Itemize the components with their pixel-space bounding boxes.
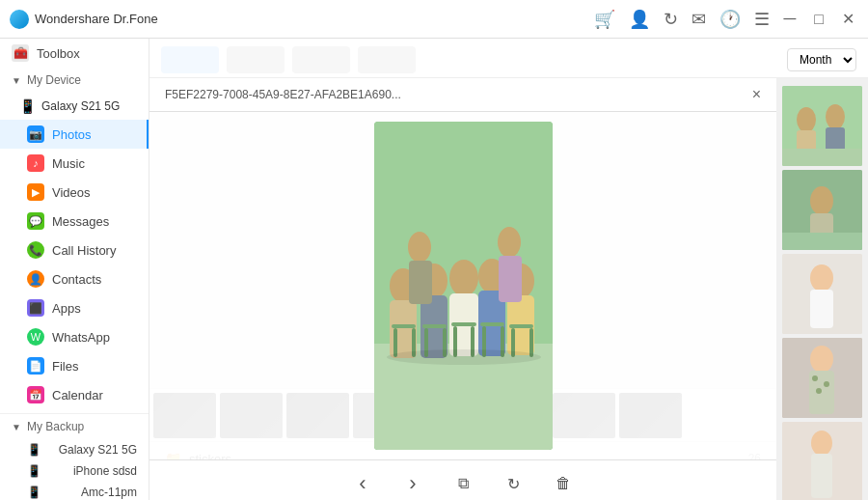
- svg-rect-5: [393, 328, 397, 357]
- call-history-icon: 📞: [27, 241, 44, 259]
- sidebar: 🧰 Toolbox ▼ My Device 📱 Galaxy S21 5G 📷 …: [0, 39, 149, 500]
- sidebar-item-apps[interactable]: ⬛ Apps: [0, 293, 149, 322]
- title-bar-icons: 🛒 👤 ↻ ✉ 🕐 ☰: [594, 9, 770, 30]
- window-controls: ─ □ ✕: [779, 9, 858, 30]
- svg-rect-53: [811, 454, 832, 498]
- apps-icon: ⬛: [27, 299, 44, 317]
- backup-item-iphone-sdsd[interactable]: 📱 iPhone sdsd: [0, 460, 149, 482]
- minimize-button[interactable]: ─: [779, 9, 800, 30]
- svg-rect-9: [422, 324, 447, 328]
- svg-rect-44: [810, 290, 833, 328]
- messages-label: Messages: [52, 214, 109, 229]
- messages-icon: 💬: [27, 212, 44, 230]
- whatsapp-label: WhatsApp: [52, 330, 110, 345]
- sidebar-item-files[interactable]: 📄 Files: [0, 351, 149, 380]
- svg-rect-14: [451, 322, 476, 326]
- chevron-down-icon-backup: ▼: [12, 422, 21, 432]
- sidebar-item-contacts[interactable]: 👤 Contacts: [0, 264, 149, 293]
- photo-content: 📁 stickers 26 📁 wendang 3 F5EF2279-7008-…: [149, 78, 868, 500]
- svg-rect-24: [509, 324, 533, 328]
- svg-point-35: [826, 104, 845, 129]
- backup-galaxy-label: Galaxy S21 5G: [59, 443, 137, 457]
- right-thumb-3[interactable]: [782, 254, 862, 334]
- right-thumb-3-svg: [782, 254, 862, 334]
- right-thumb-5[interactable]: [782, 422, 862, 500]
- svg-rect-30: [499, 256, 522, 302]
- close-button[interactable]: ✕: [837, 9, 858, 30]
- app-title: Wondershare Dr.Fone: [35, 12, 158, 26]
- svg-rect-41: [782, 233, 862, 250]
- photo-modal: F5EF2279-7008-45A9-8E27-AFA2BE1A690... ×: [149, 78, 776, 500]
- logo-icon: [10, 10, 29, 29]
- svg-point-52: [811, 431, 832, 456]
- photos-icon: 📷: [27, 125, 44, 143]
- right-thumb-4-svg: [782, 338, 862, 418]
- sidebar-item-whatsapp[interactable]: W WhatsApp: [0, 322, 149, 351]
- svg-point-29: [498, 227, 521, 258]
- mail-icon[interactable]: ✉: [692, 9, 706, 30]
- right-thumb-4[interactable]: [782, 338, 862, 418]
- modal-header: F5EF2279-7008-45A9-8E27-AFA2BE1A690... ×: [149, 78, 776, 112]
- right-thumb-2[interactable]: [782, 170, 862, 250]
- contacts-icon: 👤: [27, 270, 44, 288]
- modal-body: [149, 112, 776, 459]
- svg-rect-37: [782, 149, 862, 166]
- files-label: Files: [52, 359, 78, 374]
- sidebar-item-photos[interactable]: 📷 Photos: [0, 120, 149, 149]
- right-thumb-5-svg: [782, 422, 862, 500]
- maximize-button[interactable]: □: [808, 9, 829, 30]
- refresh-icon[interactable]: ↻: [664, 9, 678, 30]
- backup-iphone-sdsd-icon: 📱: [27, 464, 41, 478]
- photos-label: Photos: [52, 127, 91, 142]
- sidebar-device[interactable]: 📱 Galaxy S21 5G: [0, 93, 149, 120]
- backup-iphone-sdsd-label: iPhone sdsd: [73, 464, 137, 478]
- prev-button[interactable]: ‹: [347, 468, 378, 499]
- modal-footer: ‹ › ⧉ ↻ 🗑: [149, 459, 776, 500]
- right-thumb-1[interactable]: [782, 86, 862, 166]
- sidebar-my-device[interactable]: ▼ My Device: [0, 68, 149, 93]
- sidebar-item-videos[interactable]: ▶ Videos: [0, 178, 149, 207]
- files-icon: 📄: [27, 357, 44, 375]
- history-icon[interactable]: 🕐: [719, 9, 741, 30]
- sidebar-item-music[interactable]: ♪ Music: [0, 149, 149, 178]
- backup-amc-icon: 📱: [27, 486, 41, 499]
- music-label: Music: [52, 156, 85, 171]
- next-button[interactable]: ›: [397, 468, 428, 499]
- svg-point-31: [387, 349, 541, 365]
- menu-icon[interactable]: ☰: [754, 9, 770, 30]
- svg-point-43: [810, 264, 833, 292]
- user-icon[interactable]: 👤: [629, 9, 650, 30]
- month-selector[interactable]: Month Day Week Year: [787, 48, 856, 71]
- sidebar-my-backup[interactable]: ▼ My Backup: [0, 414, 149, 439]
- main-layout: 🧰 Toolbox ▼ My Device 📱 Galaxy S21 5G 📷 …: [0, 39, 868, 500]
- my-backup-label: My Backup: [27, 420, 84, 433]
- backup-item-amc[interactable]: 📱 Amc-11pm: [0, 482, 149, 500]
- main-photo-area: 📁 stickers 26 📁 wendang 3 F5EF2279-7008-…: [149, 78, 776, 500]
- sidebar-item-toolbox[interactable]: 🧰 Toolbox: [0, 39, 149, 68]
- svg-rect-4: [392, 324, 416, 328]
- backup-item-galaxy[interactable]: 📱 Galaxy S21 5G: [0, 439, 149, 460]
- modal-close-button[interactable]: ×: [752, 86, 761, 103]
- svg-point-50: [816, 388, 822, 394]
- photo-svg: [374, 122, 553, 450]
- sidebar-item-messages[interactable]: 💬 Messages: [0, 207, 149, 236]
- svg-point-39: [810, 186, 833, 215]
- svg-rect-19: [480, 322, 504, 326]
- svg-point-12: [449, 260, 478, 296]
- svg-rect-26: [529, 328, 533, 357]
- my-device-label: My Device: [27, 73, 81, 87]
- delete-button[interactable]: 🗑: [548, 468, 579, 499]
- cart-icon[interactable]: 🛒: [594, 9, 615, 30]
- sidebar-item-calendar[interactable]: 📅 Calendar: [0, 380, 149, 409]
- photo-toolbar: Month Day Week Year: [149, 39, 868, 78]
- chevron-down-icon: ▼: [12, 75, 21, 86]
- calendar-icon: 📅: [27, 386, 44, 403]
- app-logo: Wondershare Dr.Fone: [10, 10, 158, 29]
- whatsapp-icon: W: [27, 328, 44, 346]
- copy-button[interactable]: ⧉: [448, 468, 478, 499]
- rotate-button[interactable]: ↻: [498, 468, 529, 499]
- toolbox-icon: 🧰: [12, 44, 29, 62]
- videos-icon: ▶: [27, 183, 44, 201]
- right-thumb-1-svg: [782, 86, 862, 166]
- sidebar-item-call-history[interactable]: 📞 Call History: [0, 236, 149, 264]
